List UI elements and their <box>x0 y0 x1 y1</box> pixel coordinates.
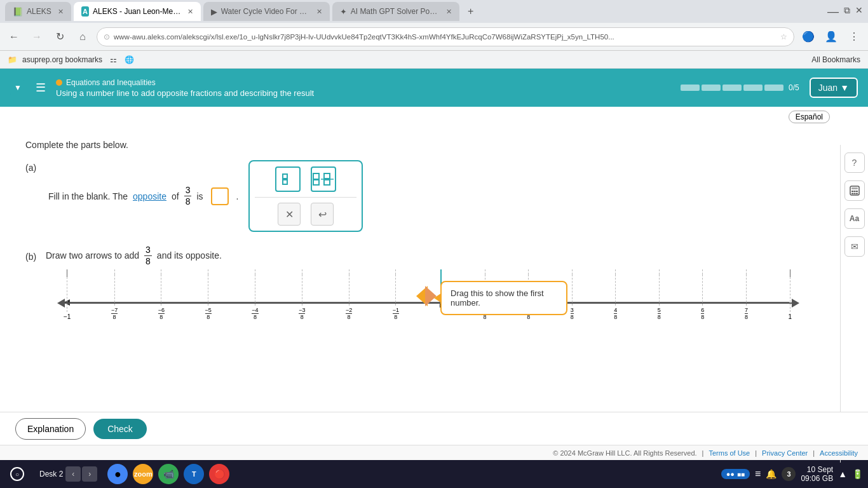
battery-icon[interactable]: 🔋 <box>852 469 863 479</box>
tab3-close[interactable]: ✕ <box>316 8 322 16</box>
taskbar-app2[interactable]: T <box>184 464 204 484</box>
star-icon[interactable]: ☆ <box>780 32 787 41</box>
tick-small <box>114 269 115 274</box>
tick-small <box>528 269 529 274</box>
espanol-button[interactable]: Español <box>789 111 830 123</box>
tick-label--6-8: −68 <box>158 307 165 320</box>
tick-label--1: −1 <box>64 313 71 320</box>
refresh-button[interactable]: ↻ <box>51 28 69 46</box>
taskbar-circle-icon: ○ <box>10 467 24 481</box>
tab-ai-math[interactable]: ✦ AI Math GPT Solver Powered b... ✕ <box>332 2 459 21</box>
opposite-link[interactable]: opposite <box>133 191 166 201</box>
taskbar-desk[interactable]: Desk 2 ‹ › <box>34 464 102 484</box>
audio-indicator[interactable]: ●● ■■ <box>721 469 750 479</box>
bookmarks-label[interactable]: asuprep.org bookmarks <box>22 55 102 64</box>
tick-4-8: 48 <box>614 269 617 320</box>
extensions-button[interactable]: 🔵 <box>799 28 817 46</box>
app2-icon: T <box>192 470 196 478</box>
taskbar-zoom[interactable]: zoom <box>133 464 153 484</box>
tick-small <box>615 269 616 274</box>
content-area: ▼ ☰ Equations and Inequalities Using a n… <box>0 69 868 460</box>
tick-dashed-line <box>659 274 660 306</box>
tab-water-cycle[interactable]: ▶ Water Cycle Video For Kids | 6... ✕ <box>203 2 330 21</box>
svg-rect-2 <box>313 173 319 179</box>
svg-rect-15 <box>851 193 853 194</box>
tick--2-8: −28 <box>346 269 352 320</box>
close-btn[interactable]: ✕ <box>855 5 863 18</box>
picker-fraction[interactable] <box>311 166 336 192</box>
taskbar-meet[interactable]: 📹 <box>158 464 179 484</box>
part-b-text-after: and its opposite. <box>157 250 222 261</box>
all-bookmarks[interactable]: All Bookmarks <box>811 55 860 64</box>
collapse-button[interactable]: ▼ <box>10 80 25 95</box>
tick-small <box>349 269 349 274</box>
back-button[interactable]: ← <box>5 28 23 46</box>
help-icon-btn[interactable]: ? <box>844 152 865 173</box>
tab2-close[interactable]: ✕ <box>187 8 193 16</box>
part-b-row: (b) Draw two arrows to add 3 8 and its o… <box>25 245 843 346</box>
notification-icon[interactable]: 🔔 <box>766 469 776 479</box>
explanation-button[interactable]: Explanation <box>15 418 86 440</box>
tick-small <box>572 269 573 274</box>
tick-dashed-line <box>790 277 790 312</box>
privacy-link[interactable]: Privacy Center <box>762 449 808 457</box>
forward-button[interactable]: → <box>28 28 46 46</box>
earth-icon[interactable]: 🌐 <box>125 55 134 64</box>
fraction-b-num: 3 <box>144 245 152 256</box>
progress-seg-5 <box>764 85 783 91</box>
taskbar-circle-btn[interactable]: ○ <box>5 464 29 484</box>
tick-dashed-line <box>395 274 396 306</box>
tick-small <box>485 269 485 274</box>
tick-dashed-line <box>67 277 67 312</box>
part-a-text-middle: of <box>172 191 179 201</box>
tick-label-3-8: 38 <box>571 307 574 320</box>
minimize-btn[interactable]: — <box>827 5 839 18</box>
accessibility-link[interactable]: Accessibility <box>820 449 858 457</box>
user-button[interactable]: Juan ▼ <box>810 78 858 98</box>
more-menu-button[interactable]: ⋮ <box>845 28 863 46</box>
menu-lines-icon[interactable]: ≡ <box>755 468 761 480</box>
tick--1: −1 <box>64 269 71 320</box>
tick-label--7-8: −78 <box>111 307 118 320</box>
apps-icon[interactable]: ⚏ <box>110 55 117 64</box>
desk-next-btn[interactable]: › <box>82 466 97 482</box>
dictionary-icon-btn[interactable]: Aa <box>844 208 865 229</box>
message-icon-btn[interactable]: ✉ <box>844 236 865 257</box>
picker-actions: ✕ ↩ <box>255 203 356 226</box>
shield-icon: ⊙ <box>104 32 110 41</box>
picker-clear-button[interactable]: ✕ <box>278 203 301 226</box>
answer-input-box[interactable] <box>211 187 229 205</box>
taskbar-chrome[interactable]: ● <box>107 464 128 484</box>
tick-dashed-line <box>255 274 255 306</box>
profile-button[interactable]: 👤 <box>822 28 840 46</box>
tick--6-8: −68 <box>158 269 165 320</box>
address-bar[interactable]: ⊙ www-awu.aleks.com/alekscgi/x/lsl.exe/1… <box>97 27 794 46</box>
picker-undo-button[interactable]: ↩ <box>311 203 334 226</box>
restore-btn[interactable]: ⧉ <box>844 5 850 18</box>
new-tab-button[interactable]: + <box>462 3 480 20</box>
taskbar-app3[interactable]: 🔴 <box>209 464 229 484</box>
meet-icon: 📹 <box>163 469 174 479</box>
calculator-icon-btn[interactable] <box>844 180 865 201</box>
tab-aleks-juan[interactable]: A ALEKS - Juan Leon-Meza - Lea... ✕ <box>74 2 201 21</box>
wifi-icon[interactable]: ▲ <box>838 469 847 479</box>
taskbar-right: ●● ■■ ≡ 🔔 3 10 Sept 09:06 GB ▲ 🔋 <box>721 465 863 483</box>
progress-seg-1 <box>681 85 700 91</box>
tab1-close[interactable]: ✕ <box>58 8 64 16</box>
hamburger-menu[interactable]: ☰ <box>36 81 46 95</box>
part-b-label: (b) <box>25 249 41 262</box>
tick--3-8: −38 <box>299 269 305 320</box>
tick-6-8: 68 <box>701 269 704 320</box>
aleks-footer: © 2024 McGraw Hill LLC. All Rights Reser… <box>0 445 868 460</box>
check-button[interactable]: Check <box>93 419 147 439</box>
tick-dashed-line <box>208 274 208 306</box>
desk-prev-btn[interactable]: ‹ <box>65 466 81 482</box>
tab4-close[interactable]: ✕ <box>446 8 452 16</box>
picker-whole-number[interactable] <box>275 166 301 192</box>
tab4-icon: ✦ <box>340 7 347 17</box>
home-button[interactable]: ⌂ <box>74 28 92 46</box>
terms-link[interactable]: Terms of Use <box>709 449 750 457</box>
svg-rect-0 <box>283 174 287 179</box>
tab-aleks[interactable]: 📗 ALEKS ✕ <box>5 2 71 21</box>
window-controls: — ⧉ ✕ <box>827 5 863 18</box>
